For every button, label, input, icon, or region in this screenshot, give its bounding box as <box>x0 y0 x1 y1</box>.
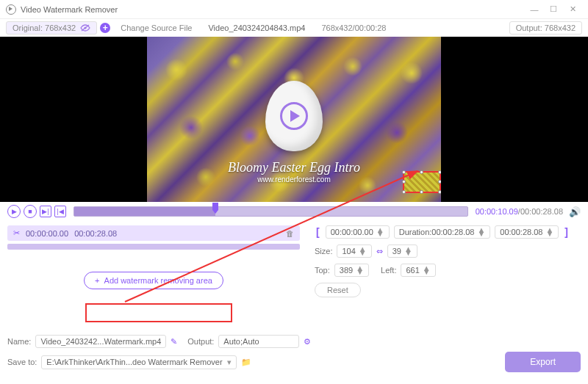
video-preview[interactable]: Bloomy Easter Egg Intro www.renderforest… <box>0 37 588 202</box>
link-aspect-icon[interactable]: ⇔ <box>376 247 383 256</box>
size-label: Size: <box>315 247 332 256</box>
footer-bar: Name: Video_2403242...Watermark.mp4 ✎ Ou… <box>0 331 588 380</box>
segment-end-time: 00:00:28.08 <box>74 229 117 238</box>
eye-slash-icon <box>80 24 90 32</box>
stop-button[interactable]: ■ <box>24 205 37 218</box>
playhead-icon[interactable] <box>212 203 218 210</box>
trim-start-input[interactable]: 00:00:00.00▲▼ <box>326 225 390 239</box>
change-source-link[interactable]: Change Source File <box>116 23 196 32</box>
play-button[interactable]: ▶ <box>7 205 21 218</box>
scissors-icon: ✂ <box>13 228 20 238</box>
save-to-label: Save to: <box>7 358 37 366</box>
size-height-input[interactable]: 39▲▼ <box>387 244 417 258</box>
top-input[interactable]: 389▲▼ <box>334 264 369 277</box>
current-filename: Video_240324204843.mp4 <box>199 23 314 32</box>
output-resolution-chip[interactable]: Output: 768x432 <box>509 21 582 35</box>
segment-bar[interactable]: ✂ 00:00:00.00 00:00:28.08 🗑 <box>7 225 300 241</box>
chevron-down-icon: ▾ <box>227 358 232 367</box>
prev-frame-button[interactable]: ▶| <box>40 206 51 217</box>
app-title: Video Watermark Remover <box>21 5 118 14</box>
segment-track[interactable] <box>7 244 300 250</box>
name-label: Name: <box>7 337 31 346</box>
minimize-button[interactable]: — <box>525 0 544 19</box>
save-to-dropdown[interactable]: E:\ArkThinker\ArkThin...deo Watermark Re… <box>41 355 236 369</box>
trim-end-input[interactable]: 00:00:28.08▲▼ <box>495 225 559 239</box>
add-watermark-area-button[interactable]: + Add watermark removing area <box>84 272 223 289</box>
name-input[interactable]: Video_2403242...Watermark.mp4 <box>35 335 166 348</box>
playback-controls: ▶ ■ ▶| |◀ 00:00:10.09/00:00:28.08 🔊 <box>0 202 588 221</box>
folder-icon[interactable]: 📁 <box>241 358 251 367</box>
dimensions-duration: 768x432/00:00:28 <box>317 23 390 32</box>
size-width-input[interactable]: 104▲▼ <box>337 244 371 258</box>
original-resolution-chip[interactable]: Original: 768x432 <box>6 21 97 35</box>
volume-icon[interactable]: 🔊 <box>569 206 581 217</box>
trim-start-bracket-icon[interactable]: [ <box>315 226 321 238</box>
trim-end-bracket-icon[interactable]: ] <box>563 226 570 238</box>
playback-time: 00:00:10.09/00:00:28.08 <box>476 207 563 216</box>
play-overlay-icon <box>280 102 308 130</box>
original-resolution-label: Original: 768x432 <box>12 23 76 32</box>
left-label: Left: <box>381 266 396 275</box>
segment-start-time: 00:00:00.00 <box>26 229 68 238</box>
output-label: Output: <box>187 337 214 346</box>
app-logo-icon <box>6 4 16 15</box>
trim-duration-input[interactable]: Duration:00:00:28.08▲▼ <box>394 225 491 239</box>
export-button[interactable]: Export <box>505 352 581 372</box>
output-format-input[interactable]: Auto;Auto <box>218 335 299 348</box>
info-bar: Original: 768x432 + Change Source File V… <box>0 19 588 37</box>
gear-icon[interactable]: ⚙ <box>304 337 311 347</box>
pencil-icon[interactable]: ✎ <box>171 337 177 347</box>
plus-circle-icon[interactable]: + <box>100 23 110 33</box>
timeline-scrubber[interactable] <box>74 206 468 217</box>
watermark-selection-box[interactable] <box>403 171 441 193</box>
add-watermark-area-label: Add watermark removing area <box>104 276 212 285</box>
next-frame-button[interactable]: |◀ <box>54 206 66 217</box>
reset-button[interactable]: Reset <box>315 283 361 297</box>
titlebar: Video Watermark Remover — ☐ ✕ <box>0 0 588 19</box>
maximize-button[interactable]: ☐ <box>544 0 563 19</box>
trash-icon[interactable]: 🗑 <box>286 229 294 238</box>
left-input[interactable]: 661▲▼ <box>401 264 435 277</box>
output-resolution-label: Output: 768x432 <box>516 23 576 32</box>
top-label: Top: <box>315 266 330 275</box>
close-button[interactable]: ✕ <box>563 0 582 19</box>
plus-icon: + <box>95 276 99 285</box>
